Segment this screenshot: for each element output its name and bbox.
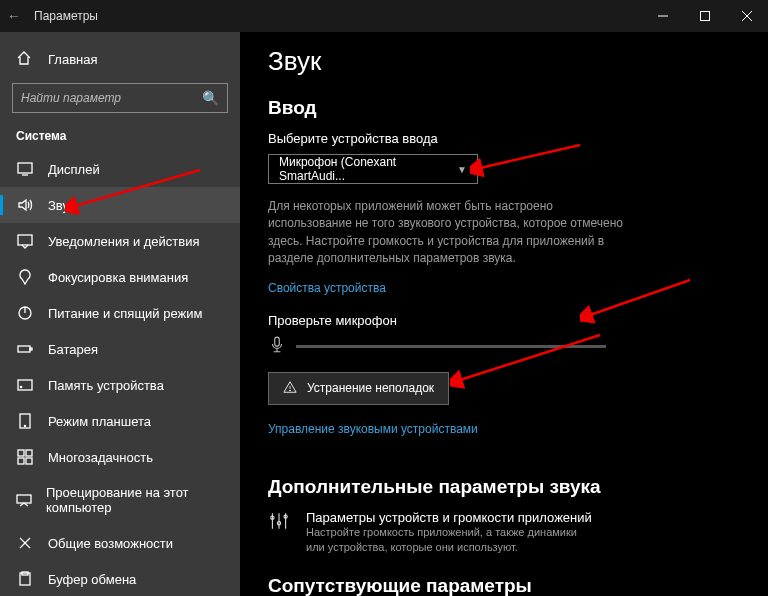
nav-battery[interactable]: Батарея bbox=[0, 331, 240, 367]
input-description: Для некоторых приложений может быть наст… bbox=[268, 198, 628, 268]
home-icon bbox=[16, 50, 34, 69]
dropdown-value: Микрофон (Conexant SmartAudi... bbox=[279, 155, 457, 183]
sound-icon bbox=[16, 197, 34, 213]
minimize-button[interactable] bbox=[642, 0, 684, 32]
nav-project[interactable]: Проецирование на этот компьютер bbox=[0, 475, 240, 525]
warning-icon bbox=[283, 380, 297, 397]
search-icon: 🔍 bbox=[202, 90, 219, 106]
choose-input-label: Выберите устройства ввода bbox=[268, 131, 748, 146]
window-title: Параметры bbox=[34, 9, 642, 23]
nav-storage[interactable]: Память устройства bbox=[0, 367, 240, 403]
manage-devices-link[interactable]: Управление звуковыми устройствами bbox=[268, 422, 478, 436]
display-icon bbox=[16, 161, 34, 177]
input-heading: Ввод bbox=[268, 97, 748, 119]
nav-power[interactable]: Питание и спящий режим bbox=[0, 295, 240, 331]
search-input[interactable] bbox=[21, 91, 202, 105]
close-button[interactable] bbox=[726, 0, 768, 32]
svg-rect-18 bbox=[26, 458, 32, 464]
svg-rect-15 bbox=[18, 450, 24, 456]
app-volume-title: Параметры устройств и громкости приложен… bbox=[306, 510, 592, 525]
svg-rect-6 bbox=[18, 235, 32, 245]
battery-icon bbox=[16, 341, 34, 357]
svg-rect-17 bbox=[18, 458, 24, 464]
back-button[interactable]: ← bbox=[0, 8, 28, 24]
nav-notifications[interactable]: Уведомления и действия bbox=[0, 223, 240, 259]
storage-icon bbox=[16, 377, 34, 393]
nav-focus[interactable]: Фокусировка внимания bbox=[0, 259, 240, 295]
svg-rect-24 bbox=[275, 337, 280, 346]
advanced-heading: Дополнительные параметры звука bbox=[268, 476, 748, 498]
multitask-icon bbox=[16, 449, 34, 465]
nav-sound[interactable]: Звук bbox=[0, 187, 240, 223]
svg-point-12 bbox=[20, 386, 21, 387]
shared-icon bbox=[16, 535, 34, 551]
svg-rect-11 bbox=[18, 380, 32, 390]
microphone-icon bbox=[268, 336, 286, 358]
mixer-icon bbox=[268, 510, 294, 556]
app-volume-option[interactable]: Параметры устройств и громкости приложен… bbox=[268, 510, 748, 556]
home-link[interactable]: Главная bbox=[0, 42, 240, 79]
nav-clipboard[interactable]: Буфер обмена bbox=[0, 561, 240, 596]
category-label: Система bbox=[0, 123, 240, 151]
power-icon bbox=[16, 305, 34, 321]
maximize-button[interactable] bbox=[684, 0, 726, 32]
nav-tablet[interactable]: Режим планшета bbox=[0, 403, 240, 439]
svg-rect-16 bbox=[26, 450, 32, 456]
test-mic-label: Проверьте микрофон bbox=[268, 313, 748, 328]
nav-shared[interactable]: Общие возможности bbox=[0, 525, 240, 561]
tablet-icon bbox=[16, 413, 34, 429]
project-icon bbox=[16, 492, 32, 508]
svg-rect-1 bbox=[701, 12, 710, 21]
chevron-down-icon: ▼ bbox=[457, 164, 467, 175]
svg-rect-4 bbox=[18, 163, 32, 173]
clipboard-icon bbox=[16, 571, 34, 587]
nav-multitask[interactable]: Многозадачность bbox=[0, 439, 240, 475]
svg-rect-9 bbox=[18, 346, 30, 352]
search-box[interactable]: 🔍 bbox=[12, 83, 228, 113]
input-device-dropdown[interactable]: Микрофон (Conexant SmartAudi... ▼ bbox=[268, 154, 478, 184]
page-title: Звук bbox=[268, 46, 748, 77]
svg-rect-19 bbox=[17, 495, 31, 503]
svg-point-26 bbox=[290, 390, 291, 391]
device-properties-link[interactable]: Свойства устройства bbox=[268, 281, 386, 295]
troubleshoot-button[interactable]: Устранение неполадок bbox=[268, 372, 449, 405]
svg-rect-10 bbox=[30, 348, 32, 350]
nav-display[interactable]: Дисплей bbox=[0, 151, 240, 187]
related-heading: Сопутствующие параметры bbox=[268, 575, 748, 596]
notification-icon bbox=[16, 233, 34, 249]
home-label: Главная bbox=[48, 52, 97, 67]
mic-level-bar bbox=[296, 345, 606, 348]
app-volume-desc: Настройте громкость приложений, а также … bbox=[306, 525, 586, 556]
svg-point-14 bbox=[24, 425, 25, 426]
focus-icon bbox=[16, 269, 34, 285]
